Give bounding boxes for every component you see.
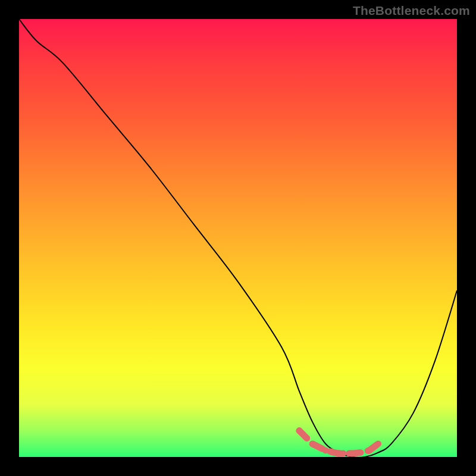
- chart-svg: [19, 19, 457, 457]
- optimal-range-markers: [296, 427, 381, 456]
- watermark-label: TheBottleneck.com: [353, 4, 470, 18]
- optimal-range-dot: [358, 449, 364, 456]
- chart-frame: TheBottleneck.com: [0, 0, 476, 476]
- optimal-range-dot: [322, 447, 329, 453]
- optimal-range-dot: [309, 440, 316, 447]
- optimal-range-dot: [366, 447, 372, 453]
- bottleneck-curve: [19, 19, 457, 458]
- bottleneck-curve-path: [19, 19, 457, 458]
- optimal-range-dot: [340, 450, 346, 457]
- optimal-range-dot: [349, 450, 355, 457]
- optimal-range-dot: [296, 427, 303, 434]
- plot-area: [19, 19, 457, 457]
- optimal-range-dot: [375, 440, 381, 447]
